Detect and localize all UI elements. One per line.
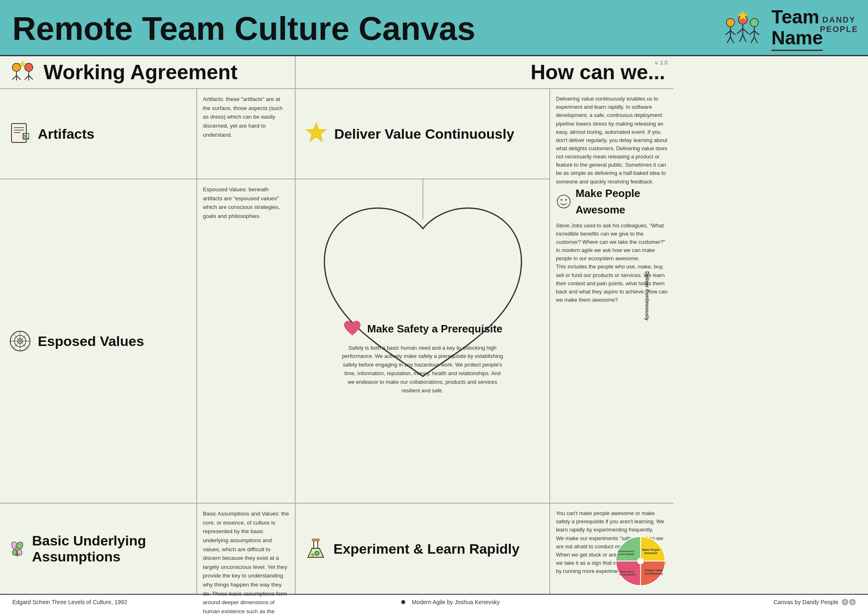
- artifacts-title: Artifacts: [38, 126, 94, 142]
- heart-content: Make Safety a Prerequisite Safety is bot…: [340, 320, 505, 395]
- how-can-we-header: v. 1.0 How can we...: [296, 56, 673, 89]
- header-right: Team Name: [718, 7, 823, 51]
- svg-text:Make Safety: Make Safety: [620, 570, 635, 573]
- svg-text:Experiment &: Experiment &: [618, 550, 634, 552]
- svg-point-57: [637, 558, 644, 564]
- footer-right: Canvas by Dandy People © ①: [774, 599, 856, 605]
- how-can-we-title: How can we...: [530, 60, 665, 84]
- artifacts-description: Artifacts: these "artifacts" are at the …: [197, 89, 296, 179]
- svg-line-11: [743, 35, 746, 42]
- heart-safety-header: Make Safety a Prerequisite: [340, 320, 505, 338]
- header: Remote Team Culture Canvas: [0, 0, 868, 56]
- svg-point-23: [25, 63, 33, 71]
- svg-point-19: [12, 63, 21, 71]
- svg-rect-28: [11, 124, 26, 142]
- espoused-values-description: Espoused Values: beneath artifacts are "…: [197, 179, 296, 504]
- deliver-value-text: Delivering value continuously enables us…: [556, 95, 668, 186]
- svg-line-4: [727, 37, 730, 43]
- svg-line-26: [29, 76, 33, 80]
- footer-right-text: Canvas by Dandy People: [774, 599, 838, 605]
- team-icon: [718, 8, 763, 49]
- footer: Edgard Schein Three Levels of Culture, 1…: [0, 594, 868, 609]
- main-content: Working Agreement v. 1.0 How can we... A…: [0, 56, 868, 594]
- modern-agile-wheel: Make People Awesome Deliver Value Contin…: [612, 532, 669, 590]
- svg-line-14: [749, 31, 754, 35]
- footer-center: Modern Agile by Joshua Kerievsky: [401, 599, 500, 605]
- deliver-continuously-label: Deliver Continuously: [643, 271, 651, 321]
- working-agreement-icon: [8, 60, 37, 85]
- working-agreement-title: Working Agreement: [44, 60, 237, 84]
- version-label: v. 1.0: [655, 60, 668, 66]
- cc-icon: © ①: [842, 599, 856, 605]
- svg-text:Deliver Value: Deliver Value: [645, 569, 663, 572]
- svg-text:Learn Rapidly: Learn Rapidly: [618, 553, 634, 555]
- svg-text:©: ©: [843, 600, 847, 605]
- svg-point-12: [750, 18, 758, 27]
- basic-assumptions-section: Basic Underlying Assumptions: [0, 504, 197, 594]
- team-name-block: Team Name: [772, 7, 823, 51]
- experiment-section: Experiment & Learn Rapidly: [296, 504, 550, 594]
- svg-line-9: [743, 29, 749, 34]
- svg-line-8: [737, 29, 743, 34]
- wheel-svg: Make People Awesome Deliver Value Contin…: [612, 532, 669, 590]
- footer-left: Edgard Schein Three Levels of Culture, 1…: [12, 599, 127, 605]
- svg-point-55: [312, 554, 314, 556]
- svg-line-10: [739, 35, 743, 42]
- experiment-description: You can't make people awesome or make sa…: [550, 504, 673, 594]
- basic-assumptions-title: Basic Underlying Assumptions: [32, 533, 188, 565]
- svg-line-25: [25, 76, 29, 80]
- page-title: Remote Team Culture Canvas: [12, 12, 475, 45]
- experiment-title: Experiment & Learn Rapidly: [333, 541, 519, 557]
- svg-line-3: [730, 31, 735, 35]
- svg-point-0: [726, 18, 735, 27]
- basic-assumptions-description: Basic Assumptions and Values: the core, …: [197, 504, 296, 594]
- artifacts-icon: [8, 122, 32, 146]
- heart-safety-text: Safety is both a basic human need and a …: [340, 344, 505, 395]
- svg-rect-56: [312, 539, 319, 541]
- heart-safety-title: Make Safety a Prerequisite: [367, 323, 503, 335]
- footer-center-text: Modern Agile by Joshua Kerievsky: [412, 599, 500, 605]
- svg-line-21: [12, 76, 16, 80]
- team-name: Team Name: [772, 7, 823, 51]
- svg-point-54: [315, 551, 319, 555]
- svg-line-17: [754, 37, 758, 43]
- footer-dot: [401, 600, 405, 604]
- svg-text:Awesome: Awesome: [644, 552, 658, 554]
- deliver-value-description: Delivering value continuously enables us…: [550, 89, 673, 504]
- deliver-value-title: Deliver Value Continuously: [334, 126, 514, 142]
- experiment-icon: [304, 537, 328, 561]
- star-icon: [304, 121, 328, 146]
- svg-line-22: [16, 76, 21, 80]
- heart-safety-section: Make Safety a Prerequisite Safety is bot…: [296, 179, 550, 504]
- svg-point-49: [16, 548, 19, 551]
- deliver-value-section: Deliver Value Continuously: [296, 89, 550, 179]
- espoused-values-title: Esposed Values: [38, 333, 144, 349]
- working-agreement-header: Working Agreement: [0, 56, 296, 89]
- svg-text:①: ①: [851, 600, 854, 605]
- dandy-people-logo: DANDY PEOPLE: [820, 6, 858, 34]
- svg-text:a Prerequisite: a Prerequisite: [619, 573, 636, 576]
- svg-marker-34: [306, 123, 326, 141]
- svg-text:Continuously: Continuously: [645, 572, 663, 575]
- basic-assumptions-icon: [8, 537, 26, 561]
- svg-line-16: [751, 37, 754, 43]
- svg-line-2: [726, 31, 730, 35]
- svg-text:Make People: Make People: [642, 548, 660, 552]
- espoused-values-section: Esposed Values: [0, 179, 197, 504]
- vertical-line: [423, 179, 423, 220]
- svg-line-5: [730, 37, 734, 43]
- espoused-values-icon: [8, 329, 32, 353]
- svg-line-15: [754, 31, 759, 35]
- artifacts-section: Artifacts: [0, 89, 197, 179]
- heart-pink-icon: [342, 320, 362, 338]
